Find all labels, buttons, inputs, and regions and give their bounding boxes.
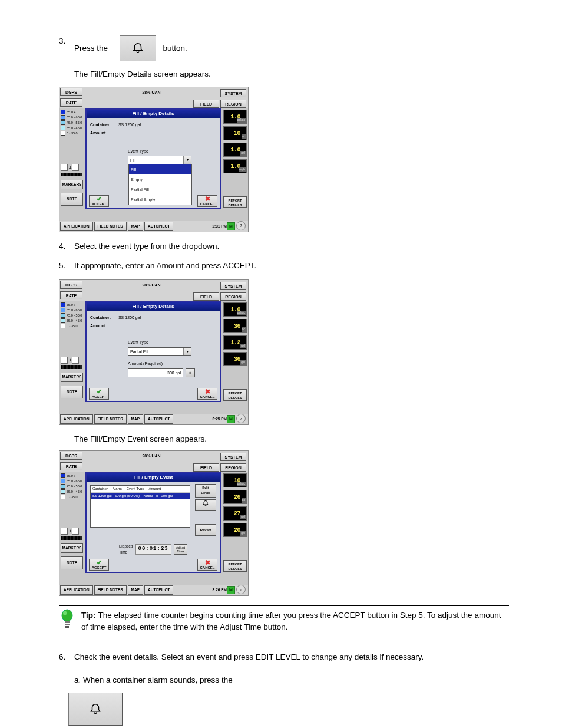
- event-type-select[interactable]: Fill ▾ Fill Empty Partial Fill Partial E…: [128, 156, 191, 164]
- section-strip: [61, 365, 82, 369]
- option-partial-empty[interactable]: Partial Empty: [129, 195, 191, 205]
- screenshot-3: DGPS 28% UAN SYSTEM RATE FIELD REGION 65…: [59, 450, 249, 596]
- alarm-button[interactable]: [120, 35, 156, 61]
- map-tab[interactable]: MAP: [128, 414, 143, 424]
- adjust-time-button[interactable]: AdjustTime: [174, 544, 187, 555]
- report-details-button[interactable]: REPORTDETAILS: [223, 389, 247, 401]
- keypad-icon[interactable]: ⌗: [186, 368, 195, 377]
- rate-legend: 65.0 + 55.0 - 65.0 45.0 - 55.0 35.0 - 45…: [61, 302, 83, 329]
- screenshot-2: DGPS 28% UAN SYSTEM RATE FIELD REGION 65…: [59, 279, 249, 425]
- option-fill[interactable]: Fill: [129, 164, 191, 174]
- dgps-button[interactable]: DGPS: [60, 88, 82, 96]
- rate-legend: 65.0 + 55.0 - 65.0 45.0 - 55.0 35.0 - 45…: [61, 110, 83, 136]
- markers-button[interactable]: MARKERS: [61, 373, 83, 382]
- edit-level-button[interactable]: EditLevel: [195, 484, 216, 498]
- step-4-number: 4.: [59, 241, 74, 253]
- step-5-number: 5.: [59, 260, 74, 272]
- help-icon[interactable]: ?: [236, 221, 246, 230]
- step-4: 4. Select the event type from the dropdo…: [59, 241, 509, 253]
- field-button[interactable]: FIELD: [193, 100, 219, 108]
- field-button[interactable]: FIELD: [193, 292, 219, 301]
- note-button[interactable]: NOTE: [61, 193, 83, 206]
- elapsed-time: Elapsed Time 00:01:23 AdjustTime: [119, 543, 187, 555]
- step-6-number: 6.: [59, 651, 74, 664]
- help-icon[interactable]: ?: [236, 414, 246, 423]
- autopilot-tab[interactable]: AUTOPILOT: [144, 585, 173, 595]
- zoom-toolstrip[interactable]: ±: [61, 357, 80, 364]
- bell-icon: [202, 500, 209, 507]
- clock: 2:31 PM: [212, 222, 227, 230]
- bell-icon: [89, 703, 102, 716]
- autopilot-tab[interactable]: AUTOPILOT: [144, 222, 173, 231]
- report-details-button[interactable]: REPORTDETAILS: [223, 196, 247, 208]
- accept-button[interactable]: ✔ACCEPT: [89, 388, 109, 400]
- region-button[interactable]: REGION: [220, 100, 246, 108]
- container-value: SS 1200 gal: [118, 123, 141, 127]
- revert-button[interactable]: Revert: [195, 524, 216, 536]
- help-icon[interactable]: ?: [236, 585, 246, 594]
- field-notes-tab[interactable]: FIELD NOTES: [94, 585, 127, 595]
- rate-button[interactable]: RATE: [60, 291, 82, 299]
- alarm-ack-button[interactable]: [195, 499, 216, 511]
- bell-icon: [131, 42, 144, 55]
- elapsed-timer: 00:01:23: [135, 544, 171, 555]
- region-button[interactable]: REGION: [220, 292, 246, 301]
- cancel-button[interactable]: ✖CANCEL: [197, 195, 217, 207]
- divider: [59, 643, 509, 643]
- cancel-button[interactable]: ✖CANCEL: [197, 388, 217, 400]
- alarm-button[interactable]: [68, 693, 123, 726]
- amount-required-input[interactable]: 300 gal: [128, 368, 183, 377]
- system-button[interactable]: SYSTEM: [220, 282, 246, 290]
- step-6: 6. Check the event details. Select an ev…: [59, 651, 509, 728]
- dgps-button[interactable]: DGPS: [60, 281, 82, 289]
- tip-text: The elapsed time counter begins counting…: [81, 611, 501, 631]
- accept-button[interactable]: ✔ACCEPT: [89, 559, 109, 571]
- svg-rect-3: [65, 624, 70, 625]
- divider: [59, 605, 509, 606]
- dgps-button[interactable]: DGPS: [60, 452, 82, 460]
- screenshot-1: DGPS 28% UAN SYSTEM RATE FIELD REGION 65…: [59, 87, 249, 232]
- markers-button[interactable]: MARKERS: [61, 543, 83, 553]
- event-table[interactable]: Container Alarm Event Type Amount SS 120…: [90, 485, 190, 528]
- note-button[interactable]: NOTE: [61, 556, 83, 569]
- amount-required-label: Amount (Required): [128, 361, 216, 367]
- option-partial-fill[interactable]: Partial Fill: [129, 185, 191, 195]
- application-tab[interactable]: APPLICATION: [60, 414, 93, 424]
- lightbulb-icon: [59, 608, 75, 630]
- event-type-dropdown[interactable]: Fill Empty Partial Fill Partial Empty: [128, 164, 192, 205]
- report-details-button[interactable]: REPORTDETAILS: [223, 560, 247, 572]
- clock: 3:26 PM: [212, 586, 227, 594]
- dialog-title: Fill / Empty Details: [87, 110, 220, 118]
- rate-button[interactable]: RATE: [60, 462, 82, 470]
- map-tab[interactable]: MAP: [128, 222, 143, 231]
- zoom-toolstrip[interactable]: ±: [61, 528, 80, 535]
- application-tab[interactable]: APPLICATION: [60, 222, 93, 231]
- system-button[interactable]: SYSTEM: [220, 89, 246, 97]
- rate-button[interactable]: RATE: [60, 98, 82, 107]
- event-table-row[interactable]: SS 1200 gal 600 gal (50.0%) Partial Fill…: [91, 493, 190, 499]
- dialog-title: Fill / Empty Event: [87, 473, 220, 482]
- system-button[interactable]: SYSTEM: [220, 453, 246, 461]
- gauge-panel: 10gal/ac 26ac 27gal 20gal: [223, 473, 247, 539]
- accept-button[interactable]: ✔ACCEPT: [89, 195, 109, 207]
- step-4-text: Select the event type from the dropdown.: [74, 241, 509, 253]
- option-empty[interactable]: Empty: [129, 174, 191, 185]
- map-tab[interactable]: MAP: [128, 585, 143, 595]
- step-3-text-a: Press the: [74, 44, 108, 52]
- cancel-button[interactable]: ✖CANCEL: [197, 559, 217, 571]
- field-notes-tab[interactable]: FIELD NOTES: [94, 222, 127, 231]
- field-button[interactable]: FIELD: [193, 463, 219, 472]
- zoom-toolstrip[interactable]: ±: [61, 164, 80, 171]
- chevron-down-icon: ▾: [183, 348, 191, 355]
- region-button[interactable]: REGION: [220, 463, 246, 472]
- note-button[interactable]: NOTE: [61, 386, 83, 398]
- event-type-select[interactable]: Partial Fill ▾: [128, 347, 191, 356]
- application-tab[interactable]: APPLICATION: [60, 585, 93, 595]
- autopilot-tab[interactable]: AUTOPILOT: [144, 414, 173, 424]
- amount-label: Amount: [90, 130, 117, 137]
- field-notes-tab[interactable]: FIELD NOTES: [94, 414, 127, 424]
- svg-rect-4: [65, 626, 69, 628]
- fill-empty-event-dialog: Fill / Empty Event Container Alarm Event…: [85, 472, 221, 573]
- markers-button[interactable]: MARKERS: [61, 180, 83, 189]
- step-3-text-b: button.: [163, 44, 187, 52]
